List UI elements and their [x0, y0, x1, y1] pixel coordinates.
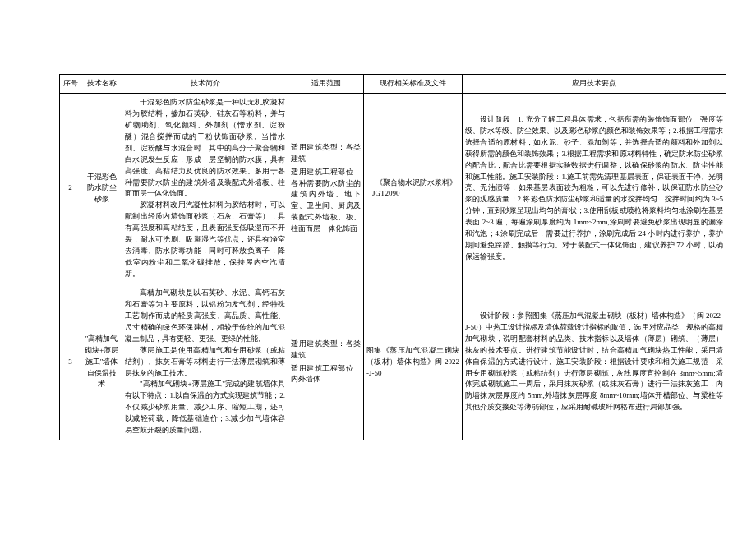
std-cell: 《聚合物水泥防水浆料》 JGT2090: [364, 93, 463, 284]
col-std: 现行相关标准及文件: [364, 75, 463, 94]
desc-para: 干混彩色防水防尘砂浆是一种以无机胶凝材料为胶结料，掺加石英砂、硅灰石等粉料，并与…: [125, 97, 285, 200]
desc-para: 胶凝材料改用汽凝性材料为胶结材时，可以配制出轻质内墙饰面砂浆（石灰、石膏等），具…: [125, 200, 285, 280]
col-seq: 序号: [60, 75, 81, 94]
col-scope: 适用范围: [288, 75, 364, 94]
scope-cell: 适用建筑类型：各类建筑 适用建筑工程部位：内外墙体: [288, 284, 364, 440]
seq-cell: 2: [60, 93, 81, 284]
header-row: 序号 技术名称 技术简介 适用范围 现行相关标准及文件 应用技术要点: [60, 75, 726, 94]
std-title: 图集《蒸压加气混凝土砌块（板材）墙体构造》闽 2022-J-50: [366, 346, 459, 377]
col-apply: 应用技术要点: [463, 75, 726, 94]
scope-part-label: 适用建筑工程部位：: [291, 364, 361, 372]
table-row: 2 干混彩色防水防尘砂浆 干混彩色防水防尘砂浆是一种以无机胶凝材料为胶结料，掺加…: [60, 93, 726, 284]
col-desc: 技术简介: [122, 75, 288, 94]
scope-type-label: 适用建筑类型：: [291, 143, 346, 151]
desc-para: 高精加气砌块是以石英砂、水泥、高钙石灰和石膏等为主要原料，以铝粉为发气剂，经特殊…: [125, 288, 285, 345]
tech-spec-table: 序号 技术名称 技术简介 适用范围 现行相关标准及文件 应用技术要点 2 干混彩…: [59, 74, 726, 440]
scope-part: 内外墙体: [291, 375, 320, 383]
table-row: 3 "高精加气砌块+薄层施工"墙体自保温技术 高精加气砌块是以石英砂、水泥、高钙…: [60, 284, 726, 440]
apply-text: 设计阶段：参照图集《蒸压加气混凝土砌块（板材）墙体构造》（闽 2022-J-50…: [465, 311, 723, 413]
apply-text: 设计阶段：1. 充分了解工程具体需求，包括所需的装饰饰面部位、强度等级、防水等级…: [465, 114, 723, 263]
std-title: 《聚合物水泥防水浆料》: [372, 178, 459, 189]
desc-cell: 干混彩色防水防尘砂浆是一种以无机胶凝材料为胶结料，掺加石英砂、硅灰石等粉料，并与…: [122, 93, 288, 284]
desc-para: 薄层施工是使用高精加气和专用砂浆（或粘结剂）、抹灰石膏等材料进行干法薄层砌筑和薄…: [125, 345, 285, 380]
std-cell: 图集《蒸压加气混凝土砌块（板材）墙体构造》闽 2022-J-50: [364, 284, 463, 440]
scope-cell: 适用建筑类型：各类建筑 适用建筑工程部位：各种需要防水防尘的建筑内外墙、地下室、…: [288, 93, 364, 284]
scope-part-label: 适用建筑工程部位：: [291, 168, 361, 176]
desc-cell: 高精加气砌块是以石英砂、水泥、高钙石灰和石膏等为主要原料，以铝粉为发气剂，经特殊…: [122, 284, 288, 440]
scope-type-label: 适用建筑类型：: [291, 339, 346, 348]
col-name: 技术名称: [81, 75, 122, 94]
apply-cell: 设计阶段：参照图集《蒸压加气混凝土砌块（板材）墙体构造》（闽 2022-J-50…: [463, 284, 726, 440]
scope-part: 各种需要防水防尘的建筑内外墙、地下室、卫生间、厨房及装配式外墙板、板、柱面而层一…: [291, 179, 361, 233]
name-cell: 干混彩色防水防尘砂浆: [81, 93, 122, 284]
name-cell: "高精加气砌块+薄层施工"墙体自保温技术: [81, 284, 122, 440]
std-code: JGT2090: [372, 188, 459, 200]
seq-cell: 3: [60, 284, 81, 440]
apply-cell: 设计阶段：1. 充分了解工程具体需求，包括所需的装饰饰面部位、强度等级、防水等级…: [463, 93, 726, 284]
desc-para: "高精加气砌块+薄层施工"完成的建筑墙体具有以下特点：1.以自保温的方式实现建筑…: [125, 379, 285, 436]
